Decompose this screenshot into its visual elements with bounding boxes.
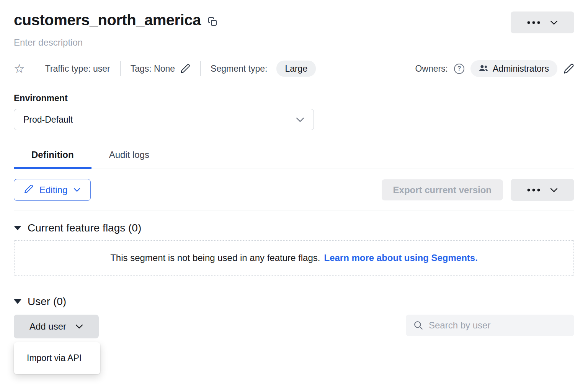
page-title: customers_north_america — [14, 11, 201, 29]
add-user-button[interactable]: Add user — [14, 315, 99, 338]
environment-label: Environment — [14, 93, 574, 103]
chevron-down-icon — [550, 188, 558, 192]
favorite-star-icon[interactable]: ☆ — [14, 62, 25, 75]
owners-group: Owners: ? Administrators — [415, 60, 574, 77]
divider — [14, 210, 574, 210]
add-user-dropdown-menu: Import via API — [14, 342, 100, 374]
chevron-down-icon — [296, 117, 304, 122]
owners-value: Administrators — [493, 64, 549, 74]
toolbar: Editing Export current version — [14, 179, 574, 201]
tags-group: Tags: None — [131, 64, 190, 74]
owners-label: Owners: — [415, 64, 448, 74]
header-overflow-button[interactable] — [511, 11, 574, 33]
search-box — [406, 315, 574, 336]
tags-label: Tags: None — [131, 64, 175, 74]
people-icon — [479, 64, 488, 74]
user-actions-row: Add user Import via API — [14, 315, 574, 338]
user-section-heading[interactable]: User (0) — [14, 295, 574, 308]
menu-item-import-via-api[interactable]: Import via API — [14, 346, 100, 370]
divider — [200, 61, 201, 76]
empty-state-text: This segment is not being used in any fe… — [110, 253, 320, 263]
edit-tags-pencil-icon[interactable] — [180, 64, 190, 74]
segment-type-badge: Large — [276, 61, 316, 77]
collapse-triangle-icon — [14, 299, 21, 304]
chevron-down-icon — [550, 20, 558, 25]
export-current-version-button[interactable]: Export current version — [382, 179, 503, 200]
editing-button[interactable]: Editing — [14, 179, 91, 201]
editing-label: Editing — [39, 185, 67, 195]
add-user-label: Add user — [29, 321, 66, 332]
divider — [120, 61, 121, 76]
feature-flags-heading[interactable]: Current feature flags (0) — [14, 222, 574, 234]
header: customers_north_america — [14, 11, 574, 33]
pencil-icon — [24, 184, 33, 196]
segment-page: customers_north_america Enter descriptio… — [0, 11, 588, 338]
segment-type-label: Segment type: — [211, 64, 267, 74]
feature-flags-title: Current feature flags (0) — [28, 222, 141, 234]
edit-owners-pencil-icon[interactable] — [564, 63, 574, 74]
copy-icon[interactable] — [208, 16, 217, 27]
learn-more-link[interactable]: Learn more about using Segments. — [324, 253, 477, 263]
feature-flags-empty-state: This segment is not being used in any fe… — [14, 240, 574, 276]
traffic-type-label: Traffic type: user — [45, 64, 110, 74]
help-icon[interactable]: ? — [454, 64, 464, 74]
environment-selected-value: Prod-Default — [23, 115, 73, 125]
toolbar-overflow-button[interactable] — [511, 179, 574, 201]
tab-audit-logs[interactable]: Audit logs — [91, 144, 167, 169]
collapse-triangle-icon — [14, 226, 21, 230]
tab-definition[interactable]: Definition — [14, 144, 91, 169]
ellipsis-icon — [527, 21, 540, 24]
tab-bar: Definition Audit logs — [14, 144, 574, 169]
chevron-down-icon — [75, 324, 83, 329]
user-section-title: User (0) — [28, 295, 66, 308]
owners-pill[interactable]: Administrators — [470, 60, 557, 77]
segment-type-group: Segment type: Large — [211, 61, 316, 77]
toolbar-right: Export current version — [382, 179, 574, 201]
chevron-down-icon — [74, 188, 80, 192]
title-wrap: customers_north_america — [14, 11, 217, 29]
divider — [35, 61, 35, 76]
ellipsis-icon — [527, 189, 540, 192]
meta-row: ☆ Traffic type: user Tags: None Segment … — [14, 60, 574, 77]
environment-select[interactable]: Prod-Default — [14, 109, 314, 130]
search-icon — [413, 320, 423, 330]
description-placeholder[interactable]: Enter description — [14, 37, 574, 48]
search-by-user-input[interactable] — [429, 320, 567, 331]
